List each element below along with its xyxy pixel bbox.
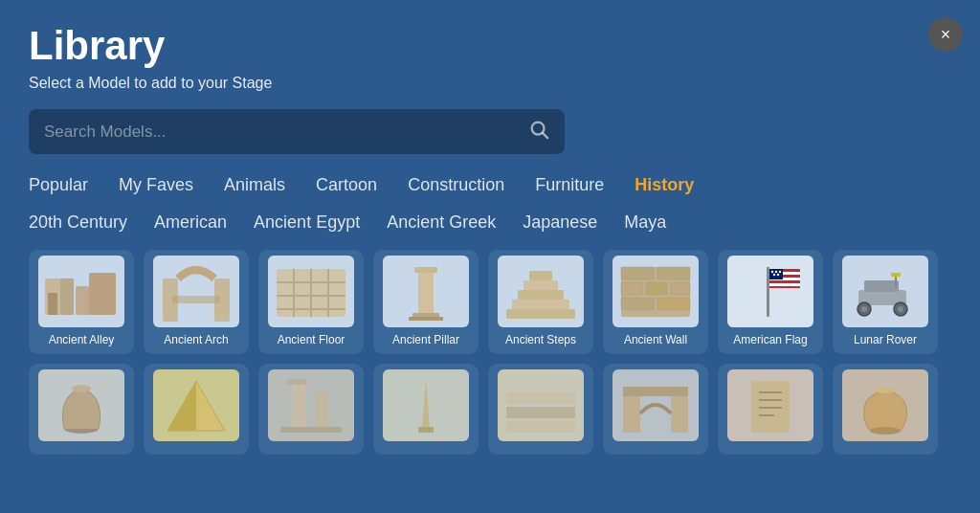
model-card-ancient-floor[interactable]: Ancient Floor [258,250,364,354]
svg-rect-34 [767,267,769,317]
svg-rect-32 [621,298,654,310]
model-card-ancient-pillar[interactable]: Ancient Pillar [373,250,479,354]
model-label-ancient-steps: Ancient Steps [505,333,576,346]
svg-rect-27 [621,267,654,279]
models-grid-row1: Ancient Alley Ancient Arch [29,250,951,354]
svg-point-44 [777,273,779,275]
page-title: Library [29,23,951,69]
page-subtitle: Select a Model to add to your Stage [29,75,951,92]
svg-marker-61 [422,379,430,429]
svg-rect-46 [864,280,899,292]
model-thumb-ancient-wall [612,256,699,327]
model-card-ancient-wall[interactable]: Ancient Wall [603,250,708,354]
svg-rect-65 [506,421,575,433]
tab-animals[interactable]: Animals [224,175,285,195]
model-card-pyramid[interactable] [144,364,249,455]
subtab-ancient-greek[interactable]: Ancient Greek [387,212,496,233]
svg-rect-57 [292,383,305,431]
model-card-pottery[interactable] [833,364,938,455]
svg-rect-17 [414,267,437,273]
svg-point-40 [771,270,773,272]
svg-rect-58 [315,392,328,431]
svg-rect-21 [506,309,575,319]
svg-rect-59 [280,427,342,433]
model-card-column-ruin[interactable] [258,364,364,455]
subtab-ancient-egypt[interactable]: Ancient Egypt [254,212,360,233]
svg-rect-29 [621,282,642,295]
svg-rect-52 [891,273,901,277]
subtab-japanese[interactable]: Japanese [523,212,597,233]
search-icon [528,119,549,140]
tab-furniture[interactable]: Furniture [535,175,604,195]
model-label-ancient-alley: Ancient Alley [49,333,115,346]
model-card-tablet[interactable] [718,364,823,455]
tab-history[interactable]: History [635,175,694,195]
svg-rect-60 [286,379,307,385]
search-input[interactable] [44,123,528,142]
svg-rect-24 [523,280,558,290]
svg-rect-63 [506,392,575,404]
svg-rect-3 [60,279,74,315]
model-thumb-ancient-steps [498,256,584,327]
model-thumb-ancient-arch [153,256,239,327]
model-label-ancient-arch: Ancient Arch [164,333,228,346]
svg-point-48 [861,306,867,312]
svg-rect-33 [657,298,690,310]
svg-rect-68 [623,387,688,396]
model-card-flat-stones[interactable] [488,364,593,455]
model-card-ancient-alley[interactable]: Ancient Alley [29,250,134,354]
svg-rect-39 [769,269,783,279]
svg-rect-23 [518,290,564,300]
tab-popular[interactable]: Popular [29,175,88,195]
model-thumb-ancient-floor [268,256,354,327]
svg-rect-5 [89,273,116,315]
svg-point-50 [898,306,903,312]
model-card-vase[interactable] [29,364,134,455]
model-card-gate[interactable] [603,364,708,455]
model-label-ancient-wall: Ancient Wall [624,333,687,346]
model-thumb-ancient-pillar [383,256,469,327]
svg-rect-30 [646,282,667,295]
svg-point-75 [874,388,897,393]
svg-point-43 [773,273,775,275]
svg-rect-9 [172,296,220,303]
svg-rect-22 [512,300,569,309]
model-thumb-ancient-alley [38,256,124,327]
svg-rect-64 [506,407,575,418]
svg-point-41 [775,270,777,272]
nav-tabs: Popular My Faves Animals Cartoon Constru… [29,175,951,195]
tab-cartoon[interactable]: Cartoon [316,175,377,195]
svg-rect-18 [418,273,434,315]
subtab-american[interactable]: American [154,212,227,233]
sub-tabs: 20th Century American Ancient Egypt Anci… [29,212,951,233]
svg-line-1 [543,133,547,138]
model-label-ancient-pillar: Ancient Pillar [392,333,459,346]
tab-construction[interactable]: Construction [408,175,504,195]
svg-rect-28 [657,267,690,279]
close-button[interactable]: × [928,17,963,52]
model-card-obelisk[interactable] [373,364,479,455]
model-label-ancient-floor: Ancient Floor [278,333,345,346]
svg-rect-51 [895,275,897,288]
model-thumb-american-flag [727,256,813,327]
subtab-maya[interactable]: Maya [624,212,666,233]
svg-rect-25 [529,271,552,280]
svg-point-54 [72,385,91,392]
svg-rect-6 [48,293,57,315]
model-card-ancient-steps[interactable]: Ancient Steps [488,250,593,354]
model-label-american-flag: American Flag [733,333,807,346]
svg-point-42 [779,270,781,272]
model-card-american-flag[interactable]: American Flag [718,250,823,354]
svg-point-74 [870,427,901,435]
search-bar [29,109,565,154]
svg-rect-31 [671,282,690,295]
model-label-lunar-rover: Lunar Rover [854,333,917,346]
tab-my-faves[interactable]: My Faves [119,175,193,195]
models-grid-row2 [29,364,951,455]
search-button[interactable] [528,119,549,145]
model-thumb-lunar-rover [842,256,928,327]
model-card-ancient-arch[interactable]: Ancient Arch [144,250,249,354]
model-card-lunar-rover[interactable]: Lunar Rover [833,250,938,354]
subtab-20th-century[interactable]: 20th Century [29,212,127,233]
svg-rect-62 [418,427,434,433]
